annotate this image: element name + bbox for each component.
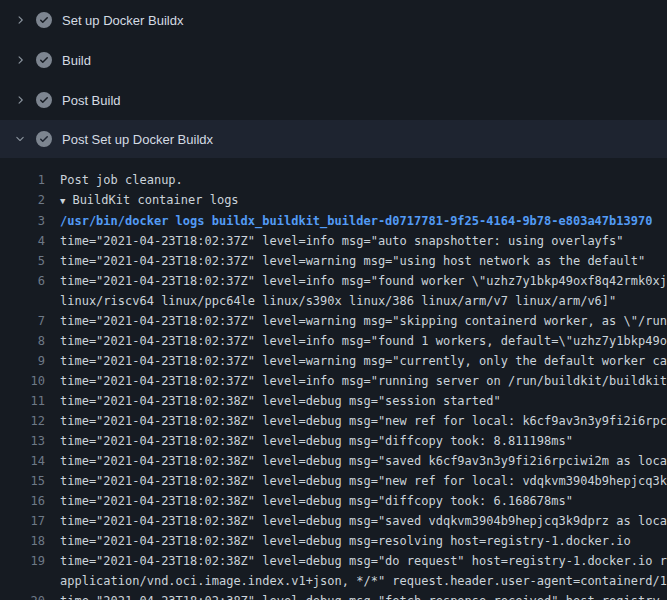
log-line-text: time="2021-04-23T18:02:38Z" level=debug … bbox=[45, 411, 667, 431]
log-line-number[interactable]: 14 bbox=[0, 451, 45, 471]
job-steps-panel: Set up Docker Buildx Build Post Build Po… bbox=[0, 0, 667, 600]
log-line-number[interactable]: 2 bbox=[0, 190, 45, 210]
log-line: ▼ linux/riscv64 linux/ppc64le linux/s390… bbox=[0, 291, 667, 311]
log-line-number[interactable]: 9 bbox=[0, 351, 45, 371]
log-line: 4 ▼ time="2021-04-23T18:02:37Z" level=in… bbox=[0, 231, 667, 251]
log-line: 9 ▼ time="2021-04-23T18:02:37Z" level=wa… bbox=[0, 351, 667, 371]
log-group-caret-icon[interactable]: ▼ bbox=[45, 191, 65, 211]
log-line: 8 ▼ time="2021-04-23T18:02:37Z" level=in… bbox=[0, 331, 667, 351]
log-line-text: time="2021-04-23T18:02:37Z" level=warnin… bbox=[45, 251, 645, 271]
log-line-number[interactable]: 5 bbox=[0, 251, 45, 271]
log-line-text: time="2021-04-23T18:02:38Z" level=debug … bbox=[45, 511, 667, 531]
log-line: 11 ▼ time="2021-04-23T18:02:38Z" level=d… bbox=[0, 391, 667, 411]
log-line-text: time="2021-04-23T18:02:37Z" level=info m… bbox=[45, 331, 667, 351]
log-line: 15 ▼ time="2021-04-23T18:02:38Z" level=d… bbox=[0, 471, 667, 491]
check-circle-icon bbox=[36, 12, 52, 28]
log-line-text: /usr/bin/docker logs buildx_buildkit_bui… bbox=[45, 211, 652, 231]
log-line-number[interactable]: 12 bbox=[0, 411, 45, 431]
log-line: 13 ▼ time="2021-04-23T18:02:38Z" level=d… bbox=[0, 431, 667, 451]
chevron-right-icon bbox=[14, 94, 26, 106]
log-line-text: time="2021-04-23T18:02:38Z" level=debug … bbox=[45, 471, 667, 491]
log-line-number[interactable]: 18 bbox=[0, 531, 45, 551]
check-circle-icon bbox=[36, 92, 52, 108]
log-line-text: time="2021-04-23T18:02:37Z" level=warnin… bbox=[45, 311, 667, 331]
log-line: 6 ▼ time="2021-04-23T18:02:37Z" level=in… bbox=[0, 271, 667, 291]
log-line[interactable]: 2 ▼ BuildKit container logs bbox=[0, 190, 667, 211]
log-line-text: time="2021-04-23T18:02:38Z" level=debug … bbox=[45, 451, 667, 471]
log-line-number[interactable]: 19 bbox=[0, 551, 45, 571]
log-line-text: time="2021-04-23T18:02:38Z" level=debug … bbox=[45, 531, 631, 551]
log-line-number[interactable]: 13 bbox=[0, 431, 45, 451]
step-log-output: 1 ▼ Post job cleanup. 2 ▼ BuildKit conta… bbox=[0, 158, 667, 600]
log-line: 16 ▼ time="2021-04-23T18:02:38Z" level=d… bbox=[0, 491, 667, 511]
chevron-right-icon bbox=[14, 54, 26, 66]
log-line-number[interactable]: 3 bbox=[0, 211, 45, 231]
log-line-text: linux/riscv64 linux/ppc64le linux/s390x … bbox=[45, 291, 616, 311]
step-label: Post Build bbox=[62, 93, 121, 108]
log-line-text: time="2021-04-23T18:02:38Z" level=debug … bbox=[45, 591, 660, 600]
log-line-text: time="2021-04-23T18:02:38Z" level=debug … bbox=[45, 491, 573, 511]
log-line: 18 ▼ time="2021-04-23T18:02:38Z" level=d… bbox=[0, 531, 667, 551]
log-lines: 1 ▼ Post job cleanup. 2 ▼ BuildKit conta… bbox=[0, 170, 667, 600]
log-line-text: time="2021-04-23T18:02:38Z" level=debug … bbox=[45, 391, 501, 411]
step-setup-docker-buildx[interactable]: Set up Docker Buildx bbox=[0, 0, 667, 40]
log-line: 19 ▼ time="2021-04-23T18:02:38Z" level=d… bbox=[0, 551, 667, 571]
step-build[interactable]: Build bbox=[0, 40, 667, 80]
step-label: Build bbox=[62, 53, 91, 68]
log-line-number[interactable]: 10 bbox=[0, 371, 45, 391]
log-line-number[interactable]: 16 bbox=[0, 491, 45, 511]
log-line-number[interactable]: 6 bbox=[0, 271, 45, 291]
log-line: ▼ application/vnd.oci.image.index.v1+jso… bbox=[0, 571, 667, 591]
log-line-number[interactable]: 15 bbox=[0, 471, 45, 491]
log-line-text: time="2021-04-23T18:02:37Z" level=info m… bbox=[45, 371, 667, 391]
log-line-number[interactable]: 17 bbox=[0, 511, 45, 531]
log-line-text: time="2021-04-23T18:02:38Z" level=debug … bbox=[45, 551, 667, 571]
log-line-text: Post job cleanup. bbox=[45, 170, 183, 190]
log-line: 7 ▼ time="2021-04-23T18:02:37Z" level=wa… bbox=[0, 311, 667, 331]
log-line: 17 ▼ time="2021-04-23T18:02:38Z" level=d… bbox=[0, 511, 667, 531]
check-circle-icon bbox=[36, 131, 52, 147]
step-label: Post Set up Docker Buildx bbox=[62, 132, 213, 147]
log-line-number[interactable]: 1 bbox=[0, 170, 45, 190]
log-line: 10 ▼ time="2021-04-23T18:02:37Z" level=i… bbox=[0, 371, 667, 391]
log-line: 20 ▼ time="2021-04-23T18:02:38Z" level=d… bbox=[0, 591, 667, 600]
log-line-text: time="2021-04-23T18:02:37Z" level=warnin… bbox=[45, 351, 667, 371]
step-post-setup-docker-buildx[interactable]: Post Set up Docker Buildx bbox=[0, 120, 667, 158]
log-line-number[interactable]: 11 bbox=[0, 391, 45, 411]
log-line: 1 ▼ Post job cleanup. bbox=[0, 170, 667, 190]
log-line-text: time="2021-04-23T18:02:37Z" level=info m… bbox=[45, 231, 624, 251]
log-line: 5 ▼ time="2021-04-23T18:02:37Z" level=wa… bbox=[0, 251, 667, 271]
step-post-build[interactable]: Post Build bbox=[0, 80, 667, 120]
step-label: Set up Docker Buildx bbox=[62, 13, 183, 28]
chevron-right-icon bbox=[14, 14, 26, 26]
check-circle-icon bbox=[36, 52, 52, 68]
log-line: 12 ▼ time="2021-04-23T18:02:38Z" level=d… bbox=[0, 411, 667, 431]
log-line-number[interactable]: 20 bbox=[0, 591, 45, 600]
log-line: 3 ▼ /usr/bin/docker logs buildx_buildkit… bbox=[0, 211, 667, 231]
chevron-down-icon bbox=[14, 133, 26, 145]
log-line-text: time="2021-04-23T18:02:37Z" level=info m… bbox=[45, 271, 667, 291]
log-line-number[interactable]: 4 bbox=[0, 231, 45, 251]
log-line-number[interactable]: 8 bbox=[0, 331, 45, 351]
log-line-text: time="2021-04-23T18:02:38Z" level=debug … bbox=[45, 431, 573, 451]
log-line-text: application/vnd.oci.image.index.v1+json,… bbox=[45, 571, 667, 591]
log-line-text: BuildKit container logs bbox=[65, 190, 238, 210]
log-line-number[interactable]: 7 bbox=[0, 311, 45, 331]
log-line: 14 ▼ time="2021-04-23T18:02:38Z" level=d… bbox=[0, 451, 667, 471]
